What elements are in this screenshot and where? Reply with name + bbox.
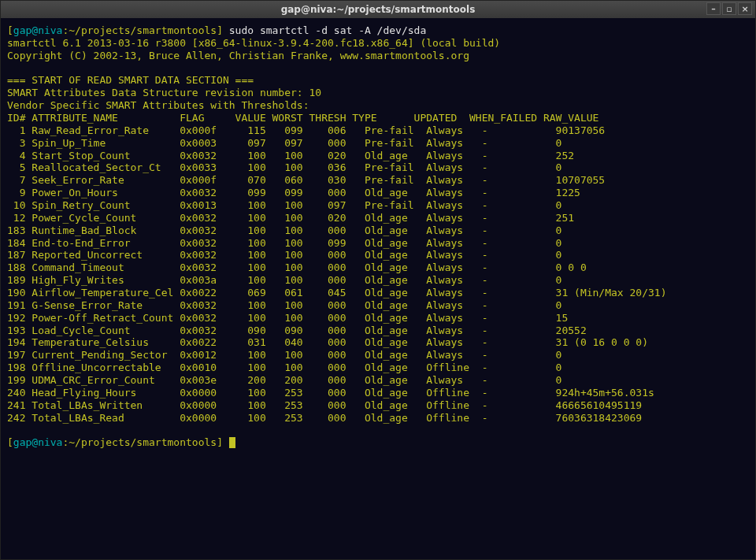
prompt-user: gap@niva [13, 436, 63, 448]
close-button[interactable]: × [738, 2, 752, 15]
revision-line: SMART Attributes Data Structure revision… [7, 87, 321, 98]
terminal-body[interactable]: [gap@niva:~/projects/smartmontools] sudo… [1, 18, 755, 559]
table-header-row: ID# ATTRIBUTE_NAME FLAG VALUE WORST THRE… [7, 112, 598, 124]
copyright-line: Copyright (C) 2002-13, Bruce Allen, Chri… [7, 50, 469, 61]
titlebar[interactable]: gap@niva:~/projects/smartmontools – ▫ × [1, 1, 755, 18]
minimize-button[interactable]: – [706, 2, 721, 15]
terminal-window: gap@niva:~/projects/smartmontools – ▫ × … [0, 0, 756, 560]
table-rows: 1 Raw_Read_Error_Rate 0x000f 115 099 006… [7, 124, 666, 424]
window-controls: – ▫ × [706, 2, 752, 15]
prompt-user: gap@niva [13, 24, 63, 36]
prompt-path: ~/projects/smartmontools [69, 24, 217, 36]
vendor-line: Vendor Specific SMART Attributes with Th… [7, 99, 309, 111]
prompt-path: ~/projects/smartmontools [69, 436, 217, 448]
version-line: smartctl 6.1 2013-03-16 r3800 [x86_64-li… [7, 37, 500, 49]
command-text: sudo smartctl -d sat -A /dev/sda [229, 24, 426, 36]
cursor [229, 437, 235, 448]
window-title: gap@niva:~/projects/smartmontools [281, 4, 476, 15]
section-header: === START OF READ SMART DATA SECTION === [7, 74, 254, 86]
maximize-button[interactable]: ▫ [722, 2, 736, 15]
